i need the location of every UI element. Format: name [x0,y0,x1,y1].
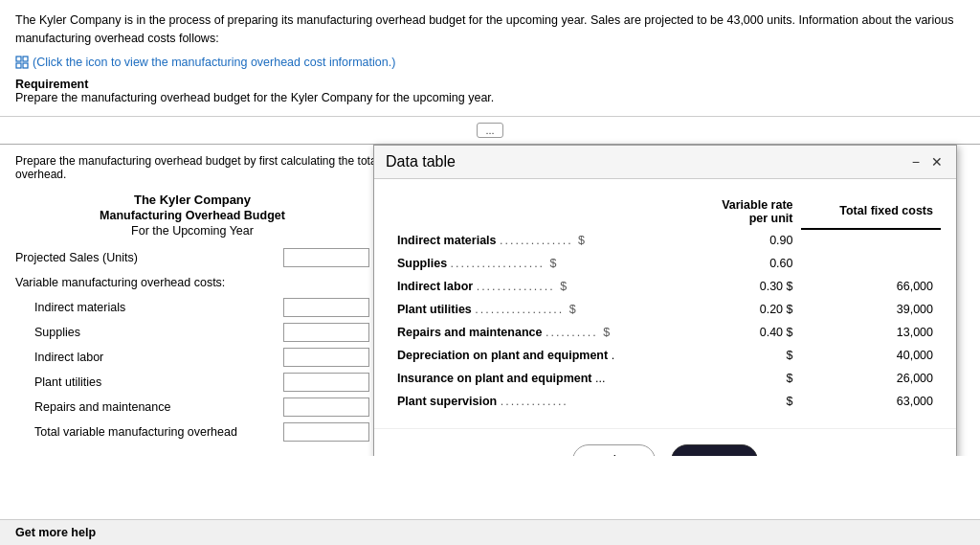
budget-table-section: The Kyler Company Manufacturing Overhead… [15,193,369,443]
svg-rect-1 [23,57,28,61]
minimize-button[interactable]: − [910,154,922,170]
indirect-materials-label: Indirect materials [15,301,283,314]
var-rate-cell: 0.60 [689,252,800,275]
svg-rect-2 [16,63,21,68]
projected-sales-label: Projected Sales (Units) [15,251,283,264]
total-variable-label: Total variable manufacturing overhead [15,425,283,439]
budget-row-repairs: Repairs and maintenance [15,397,369,418]
item-cell: Indirect labor ............... $ [390,275,689,298]
col-var-rate-header: Variable rate per unit [689,194,800,229]
var-rate-cell: 0.20 $ [689,298,800,321]
budget-row-indirect-labor: Indirect labor [15,347,369,368]
year-subtitle: For the Upcoming Year [15,224,369,238]
modal-header: Data table − ✕ [374,146,956,179]
modal-footer: Print Done [374,428,956,456]
top-section: The Kyler Company is in the process of p… [0,0,980,117]
modal-title: Data table [386,153,456,170]
requirement-text: Prepare the manufacturing overhead budge… [15,91,965,104]
main-content: Prepare the manufacturing overhead budge… [0,145,980,456]
close-button[interactable]: ✕ [929,154,945,170]
var-rate-cell: 0.40 $ [689,321,800,344]
budget-row-indirect-materials: Indirect materials [15,297,369,318]
company-title: The Kyler Company [15,193,369,207]
repairs-label: Repairs and maintenance [15,400,283,414]
fixed-cost-cell: 66,000 [801,275,942,298]
fixed-cost-cell [801,252,942,275]
table-row: Insurance on plant and equipment ... $ 2… [390,367,941,390]
fixed-cost-cell: 63,000 [801,390,942,413]
fixed-cost-cell: 39,000 [801,298,942,321]
print-button[interactable]: Print [572,444,656,456]
item-cell: Plant utilities ................. $ [390,298,689,321]
modal-controls: − ✕ [910,154,945,170]
variable-overhead-label: Variable manufacturing overhead costs: [15,276,369,289]
repairs-input[interactable] [283,397,369,417]
expand-button[interactable]: ... [477,123,502,138]
item-cell: Plant supervision ............. [390,390,689,413]
var-rate-cell: $ [689,367,800,390]
indirect-labor-input[interactable] [283,348,369,367]
indirect-materials-input[interactable] [283,298,369,317]
svg-rect-0 [16,57,21,61]
supplies-label: Supplies [15,326,283,339]
total-variable-input[interactable] [283,422,369,442]
var-rate-cell: $ [689,344,800,367]
done-button[interactable]: Done [671,444,758,456]
col-fixed-costs-header: Total fixed costs [801,194,942,229]
plant-utilities-label: Plant utilities [15,375,283,389]
modal-body: Variable rate per unit Total fixed costs… [374,179,956,428]
projected-sales-input[interactable] [283,248,369,267]
item-cell: Insurance on plant and equipment ... [390,367,689,390]
table-row: Plant supervision ............. $ 63,000 [390,390,941,413]
table-row: Indirect materials .............. $ 0.90 [390,229,941,252]
supplies-input[interactable] [283,323,369,342]
indirect-labor-label: Indirect labor [15,351,283,364]
budget-row-supplies: Supplies [15,322,369,343]
item-cell: Depreciation on plant and equipment . [390,344,689,367]
budget-row-variable-header: Variable manufacturing overhead costs: [15,272,369,293]
svg-rect-3 [23,63,28,68]
col-item-header [390,194,689,229]
plant-utilities-input[interactable] [283,373,369,392]
item-cell: Indirect materials .............. $ [390,229,689,252]
budget-row-total-variable: Total variable manufacturing overhead [15,421,369,443]
table-row: Plant utilities ................. $ 0.20… [390,298,941,321]
fixed-cost-cell: 26,000 [801,367,942,390]
table-row: Indirect labor ............... $ 0.30 $ … [390,275,941,298]
fixed-cost-cell: 13,000 [801,321,942,344]
budget-subtitle: Manufacturing Overhead Budget [15,209,369,222]
data-table: Variable rate per unit Total fixed costs… [390,194,941,413]
item-cell: Repairs and maintenance .......... $ [390,321,689,344]
requirement-label: Requirement [15,78,88,91]
item-cell: Supplies .................. $ [390,252,689,275]
divider-row: ... [0,117,980,145]
fixed-cost-cell: 40,000 [801,344,942,367]
data-table-modal: Data table − ✕ Variable rate per unit To… [373,145,957,456]
fixed-cost-cell [801,229,942,252]
var-rate-cell: 0.90 [689,229,800,252]
budget-row-plant-utilities: Plant utilities [15,372,369,393]
budget-row-projected-sales: Projected Sales (Units) [15,247,369,268]
icon-link-text: (Click the icon to view the manufacturin… [33,56,395,69]
table-row: Supplies .................. $ 0.60 [390,252,941,275]
var-rate-cell: 0.30 $ [689,275,800,298]
table-row: Repairs and maintenance .......... $ 0.4… [390,321,941,344]
grid-icon [15,56,29,69]
var-rate-cell: $ [689,390,800,413]
data-table-link[interactable]: (Click the icon to view the manufacturin… [15,56,965,69]
table-row: Depreciation on plant and equipment . $ … [390,344,941,367]
description-text: The Kyler Company is in the process of p… [15,11,965,48]
